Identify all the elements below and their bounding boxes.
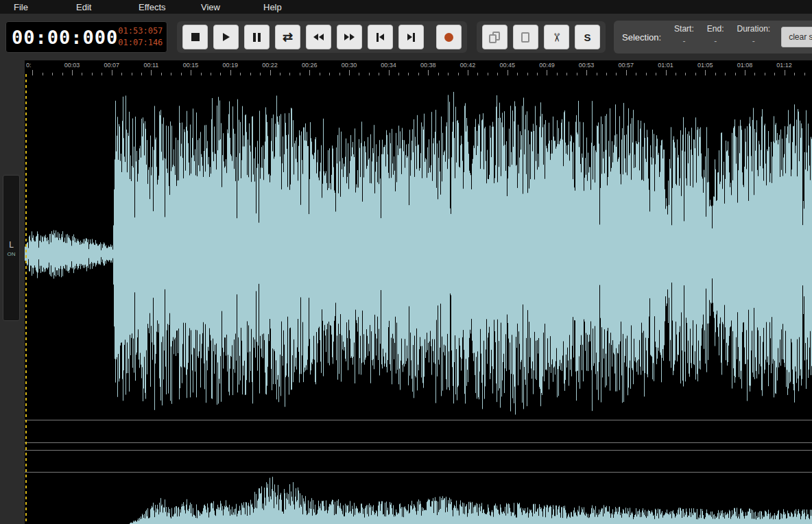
play-icon <box>223 33 230 41</box>
left-channel-strip[interactable]: L ON <box>3 175 20 321</box>
ruler-tick <box>745 70 745 75</box>
skip-to-end-button[interactable] <box>398 25 424 49</box>
paste-button[interactable] <box>513 25 538 49</box>
channel-gutter: L ON <box>0 60 25 524</box>
save-selection-button[interactable]: S <box>575 25 600 49</box>
waveform-right-channel-partial[interactable] <box>25 473 812 524</box>
pause-icon <box>253 33 261 42</box>
editor: L ON 0:00:0300:0700:1100:1500:1900:2200:… <box>0 60 812 524</box>
selection-start-field: Start: - <box>674 24 694 50</box>
ruler-tick <box>428 70 429 75</box>
selection-duration-value: - <box>752 36 755 46</box>
ruler-tick <box>72 70 73 75</box>
ruler-tick <box>112 70 112 75</box>
cut-button[interactable]: ✂ <box>544 25 569 49</box>
loop-button[interactable]: ⇄ <box>275 25 300 49</box>
total-duration-time: 01:53:057 <box>118 25 163 37</box>
selection-end-label: End: <box>707 24 724 34</box>
selection-title: Selection: <box>622 32 661 43</box>
toolbar: 00:00:000 01:53:057 01:07:146 ⇄ <box>0 14 812 60</box>
channel-divider-line <box>25 420 812 420</box>
s-icon: S <box>584 32 590 43</box>
play-button[interactable] <box>213 25 239 49</box>
alt-time: 01:07:146 <box>118 37 163 49</box>
ruler-time-label: 00:07 <box>104 62 119 69</box>
skip-to-start-icon <box>377 33 384 42</box>
ruler-time-label: 00:57 <box>619 62 634 69</box>
menu-view[interactable]: View <box>201 2 263 12</box>
ruler-time-label: 00:11 <box>143 62 158 69</box>
ruler-time-label: 0: <box>26 62 32 69</box>
ruler-time-label: 00:19 <box>223 62 239 69</box>
skip-to-end-icon <box>407 33 415 42</box>
selection-panel: Selection: Start: - End: - Duration: - c… <box>614 21 812 53</box>
skip-to-start-button[interactable] <box>368 25 393 49</box>
ruler-tick <box>586 70 587 75</box>
clear-selection-button[interactable]: clear selection <box>781 27 812 47</box>
stop-icon <box>191 33 200 41</box>
ruler-time-label: 01:01 <box>658 62 673 69</box>
ruler-time-label: 00:26 <box>302 62 318 69</box>
selection-duration-field: Duration: - <box>737 24 770 50</box>
copy-icon <box>489 32 501 43</box>
ruler-tick <box>230 70 231 75</box>
ruler-time-label: 00:53 <box>579 62 595 69</box>
loop-icon: ⇄ <box>283 31 293 43</box>
menu-edit[interactable]: Edit <box>76 2 139 12</box>
menu-bar: File Edit Effects View Help <box>0 0 812 14</box>
channel-on-toggle[interactable]: ON <box>3 251 19 257</box>
ruler-time-label: 00:34 <box>381 62 396 69</box>
secondary-times: 01:53:057 01:07:146 <box>118 25 163 49</box>
channel-divider-line <box>25 450 812 451</box>
ruler-tick <box>389 70 390 75</box>
ruler-tick <box>705 70 706 75</box>
ruler-time-label: 01:05 <box>697 62 713 69</box>
ruler-time-label: 01:12 <box>776 62 792 69</box>
ruler-time-label: 01:08 <box>737 62 753 69</box>
ruler-tick <box>349 70 350 75</box>
ruler-time-label: 00:22 <box>262 62 278 69</box>
ruler-tick <box>151 70 152 75</box>
ruler-tick <box>508 70 508 75</box>
ruler-time-label: 00:45 <box>499 62 515 69</box>
audio-editor-app: File Edit Effects View Help 00:00:000 01… <box>0 0 812 524</box>
paste-icon <box>520 32 532 43</box>
selection-end-value: - <box>714 36 717 46</box>
ruler-tick <box>666 70 667 75</box>
ruler-time-label: 00:15 <box>183 62 199 69</box>
current-time: 00:00:000 <box>12 27 118 48</box>
ruler-time-label: 00:30 <box>342 62 357 69</box>
selection-duration-label: Duration: <box>737 24 770 34</box>
selection-start-value: - <box>682 36 685 46</box>
ruler-tick <box>32 70 33 75</box>
rewind-icon <box>313 34 324 40</box>
pause-button[interactable] <box>244 25 270 49</box>
time-display: 00:00:000 01:53:057 01:07:146 <box>5 21 167 53</box>
timeline-ruler[interactable]: 0:00:0300:0700:1100:1500:1900:2200:2600:… <box>25 60 812 75</box>
stop-button[interactable] <box>182 25 208 49</box>
rewind-button[interactable] <box>306 25 331 49</box>
fast-forward-button[interactable] <box>337 25 362 49</box>
record-icon <box>444 33 453 42</box>
ruler-tick <box>785 70 785 75</box>
channel-divider-line <box>25 442 812 443</box>
ruler-time-label: 00:49 <box>539 62 555 69</box>
scissors-icon: ✂ <box>551 32 562 42</box>
clipboard-panel: ✂ S <box>477 21 606 53</box>
menu-file[interactable]: File <box>14 2 76 12</box>
channel-label: L <box>3 240 19 250</box>
ruler-time-label: 00:42 <box>460 62 476 69</box>
menu-help[interactable]: Help <box>263 2 326 12</box>
ruler-tick <box>270 70 271 75</box>
waveform-left-channel[interactable] <box>25 75 812 420</box>
ruler-tick <box>309 70 310 75</box>
ruler-tick <box>626 70 627 75</box>
transport-panel: ⇄ <box>177 21 467 53</box>
playhead-cursor[interactable] <box>25 74 27 524</box>
record-button[interactable] <box>436 25 462 49</box>
menu-effects[interactable]: Effects <box>139 2 201 12</box>
selection-end-field: End: - <box>707 24 724 50</box>
ruler-time-label: 00:38 <box>420 62 436 69</box>
copy-button[interactable] <box>482 25 508 49</box>
waveform-area: 0:00:0300:0700:1100:1500:1900:2200:2600:… <box>25 60 812 524</box>
